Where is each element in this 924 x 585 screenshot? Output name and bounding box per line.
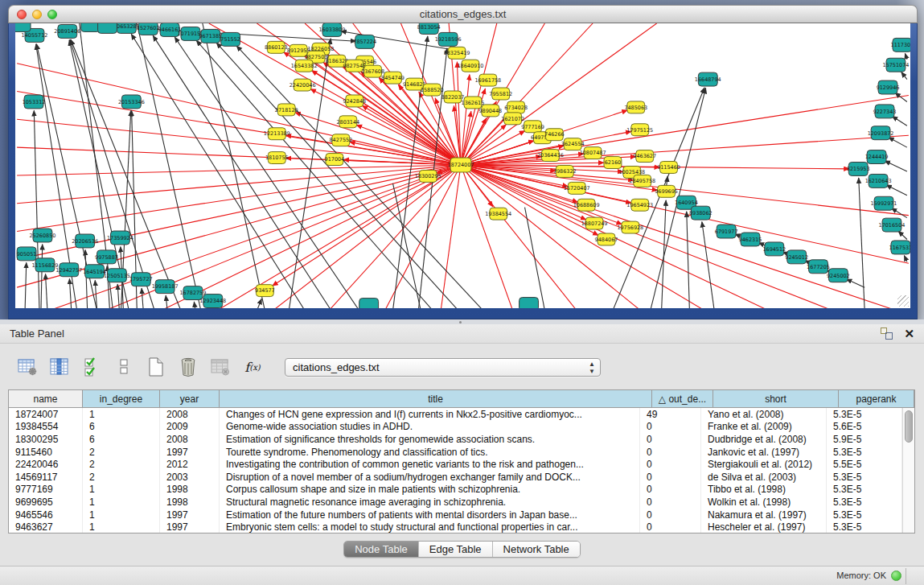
table-cell: 2 (83, 458, 160, 471)
graph-edge[interactable] (886, 185, 907, 196)
network-canvas[interactable]: 8860123891295518226058982750316543382818… (15, 23, 910, 308)
table-cell: 2 (83, 446, 160, 459)
graph-node[interactable] (81, 23, 101, 31)
graph-edge[interactable] (662, 200, 667, 308)
table-row[interactable]: 911546021997Tourette syndrome. Phenomeno… (9, 446, 902, 459)
graph-node-label: 16033809 (318, 27, 345, 33)
graph-node-label: 12923448 (199, 298, 226, 304)
graph-node-label: 1640954 (675, 200, 698, 206)
table-cell: 22420046 (9, 458, 83, 471)
graph-edge[interactable] (859, 178, 864, 308)
graph-node-label: 9777169 (521, 124, 544, 130)
table-row[interactable]: 1872400712008Changes of HCN gene express… (9, 408, 902, 421)
close-window-button[interactable] (17, 10, 27, 19)
graph-edge[interactable] (166, 295, 167, 308)
network-graph[interactable]: 8860123891295518226058982750316543382818… (15, 23, 910, 308)
table-cell: Nakamura et al. (1997) (701, 509, 827, 521)
table-row[interactable]: 946362711997Embryonic stem cells: a mode… (9, 521, 902, 533)
graph-edge[interactable] (273, 165, 461, 308)
table-row[interactable]: 1938455462009Genome-wide association stu… (9, 421, 902, 434)
table-row[interactable]: 977716911998Corpus callosum shape and si… (9, 484, 902, 496)
graph-edge[interactable] (901, 72, 907, 79)
table-cell: 5.5E-5 (827, 458, 902, 471)
graph-edge[interactable] (17, 165, 461, 175)
table-row[interactable]: 946554611997Estimation of the future num… (9, 509, 902, 521)
graph-edge[interactable] (525, 208, 545, 308)
graph-edge[interactable] (898, 231, 907, 239)
column-header-name[interactable]: name (9, 390, 83, 407)
column-header-year[interactable]: year (160, 390, 220, 407)
vertical-scrollbar[interactable] (902, 408, 914, 533)
graph-edge[interactable] (194, 302, 195, 308)
graph-node-label: 28495758 (629, 178, 655, 184)
zoom-window-button[interactable] (47, 10, 57, 19)
select-columns-icon[interactable] (80, 356, 103, 378)
window-titlebar[interactable]: citations_edges.txt (8, 5, 918, 23)
minimize-window-button[interactable] (32, 10, 42, 19)
graph-edge[interactable] (69, 278, 71, 308)
column-header-short[interactable]: short (713, 390, 839, 407)
table-settings-icon[interactable] (16, 356, 39, 378)
column-header-out_de[interactable]: △ out_de... (652, 390, 713, 407)
column-header-title[interactable]: title (220, 390, 652, 407)
table-cell: 1997 (160, 509, 220, 521)
graph-edge[interactable] (257, 299, 261, 308)
table-row[interactable]: 1830029562008Estimation of significance … (9, 433, 902, 446)
graph-edge[interactable] (891, 208, 907, 218)
graph-node[interactable] (98, 23, 117, 33)
column-header-in_degree[interactable]: in_degree (83, 390, 160, 407)
table-cell: 0 (640, 509, 701, 521)
graph-edge[interactable] (889, 137, 907, 147)
graph-edge[interactable] (461, 135, 909, 165)
table-row[interactable]: 2242004622012Investigating the contribut… (9, 458, 902, 471)
table-cell: 1 (83, 408, 160, 421)
close-panel-icon[interactable]: ✕ (904, 328, 914, 340)
graph-node-label: 62160 (605, 159, 622, 166)
graph-node-label: 917004 (325, 156, 345, 163)
resize-grip[interactable] (897, 295, 909, 307)
table-select-dropdown[interactable]: citations_edges.txt ▲▼ (285, 358, 601, 377)
show-column-icon[interactable] (48, 356, 71, 378)
graph-edge[interactable] (702, 222, 714, 308)
graph-edge[interactable] (687, 212, 690, 308)
graph-node[interactable] (359, 299, 379, 308)
graph-node-label: 2803144 (336, 119, 359, 126)
new-table-icon[interactable] (145, 356, 167, 378)
graph-node-label: 9115460 (657, 164, 680, 171)
graph-edge[interactable] (885, 161, 907, 171)
graph-edge[interactable] (142, 288, 143, 308)
graph-edge[interactable] (846, 279, 864, 287)
graph-edge[interactable] (175, 37, 359, 308)
graph-node[interactable] (15, 23, 31, 31)
graph-node-label: 8938062 (689, 210, 713, 216)
scrollbar-thumb[interactable] (905, 410, 913, 443)
graph-edge[interactable] (117, 284, 119, 308)
graph-edge[interactable] (85, 249, 88, 308)
delete-table-icon[interactable] (177, 356, 199, 378)
tab-edge-table[interactable]: Edge Table (419, 542, 493, 557)
tab-node-table[interactable]: Node Table (344, 542, 419, 557)
table-row[interactable]: 969969511998Structural magnetic resonanc… (9, 496, 902, 509)
graph-edge[interactable] (17, 119, 461, 165)
table-row[interactable]: 1456911722003Disruption of a novel membe… (9, 471, 902, 484)
graph-edge[interactable] (461, 165, 897, 308)
graph-edge[interactable] (905, 53, 907, 60)
graph-node-label: 751552 (220, 36, 240, 43)
graph-edge[interactable] (892, 116, 907, 126)
row-height-icon[interactable] (113, 356, 135, 378)
graph-edge[interactable] (17, 165, 461, 232)
table-cell: 1 (83, 496, 160, 509)
table-cell: 9777169 (9, 484, 83, 496)
function-builder-icon[interactable]: f(x) (241, 356, 264, 378)
float-panel-icon[interactable] (881, 328, 893, 340)
tab-network-table[interactable]: Network Table (493, 542, 580, 557)
graph-node[interactable] (519, 298, 539, 308)
graph-edge[interactable] (137, 23, 201, 308)
column-header-pagerank[interactable]: pagerank (839, 390, 914, 407)
graph-node-label: 7485063 (624, 105, 647, 111)
graph-edge[interactable] (217, 165, 461, 308)
graph-edge[interactable] (289, 39, 331, 308)
graph-edge[interactable] (34, 110, 39, 308)
graph-edge[interactable] (904, 255, 907, 262)
graph-edge[interactable] (441, 165, 461, 308)
